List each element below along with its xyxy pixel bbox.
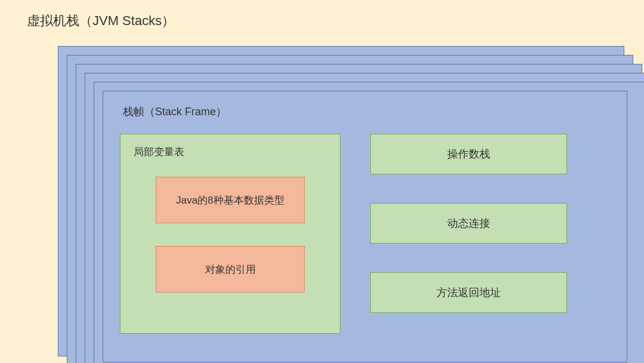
stack-frame-right-column: 操作数栈 动态连接 方法返回地址 xyxy=(370,134,567,334)
stack-frame-title: 栈帧（Stack Frame） xyxy=(123,104,610,119)
local-var-table-title: 局部变量表 xyxy=(134,145,327,159)
local-variable-table: 局部变量表 Java的8种基本数据类型 对象的引用 xyxy=(120,134,340,334)
diagram-title: 虚拟机栈（JVM Stacks） xyxy=(27,12,175,30)
object-references-box: 对象的引用 xyxy=(156,246,305,293)
return-address-box: 方法返回地址 xyxy=(370,272,567,313)
operand-stack-box: 操作数栈 xyxy=(370,134,567,174)
java-primitives-box: Java的8种基本数据类型 xyxy=(156,177,305,223)
dynamic-linking-box: 动态连接 xyxy=(370,203,567,244)
stack-frame-content: 局部变量表 Java的8种基本数据类型 对象的引用 操作数栈 动态连接 方法返回… xyxy=(120,134,610,334)
stack-frame-container: 栈帧（Stack Frame） 局部变量表 Java的8种基本数据类型 对象的引… xyxy=(103,91,627,362)
